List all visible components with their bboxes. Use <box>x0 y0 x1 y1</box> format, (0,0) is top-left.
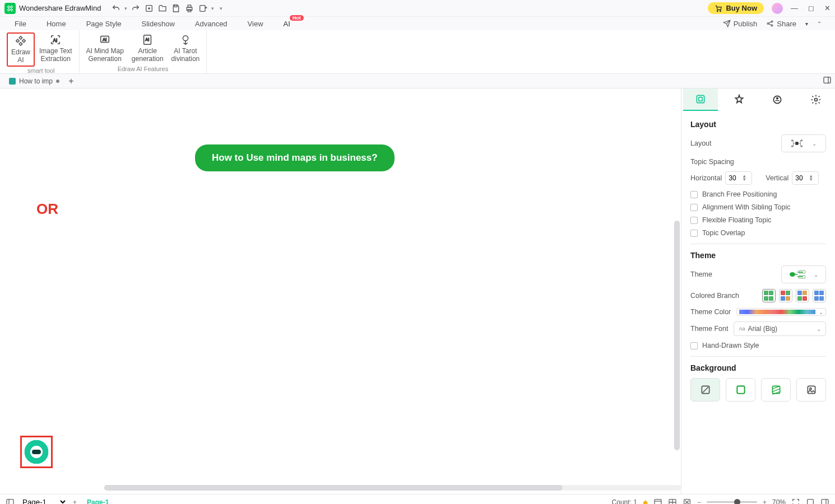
zoom-in-button[interactable]: + <box>763 498 767 505</box>
new-tab-button[interactable]: + <box>64 76 78 86</box>
article-icon: AI <box>141 34 154 46</box>
svg-rect-37 <box>655 499 661 504</box>
tarot-icon <box>179 34 192 46</box>
tab-slideshow[interactable]: Slideshow <box>132 17 185 30</box>
minimize-button[interactable]: — <box>791 4 798 12</box>
svg-rect-27 <box>800 146 802 147</box>
layout-heading: Layout <box>690 120 826 129</box>
bg-color[interactable] <box>726 378 755 402</box>
sidetab-settings[interactable] <box>799 88 833 111</box>
tab-file[interactable]: File <box>4 17 36 30</box>
theme-heading: Theme <box>690 251 826 260</box>
bg-none[interactable] <box>690 378 720 402</box>
image-text-icon: AI <box>49 34 62 46</box>
print-button[interactable] <box>184 3 194 13</box>
tab-ai[interactable]: AIHot <box>273 17 300 30</box>
ai-tarot-button[interactable]: AI Tarotdivination <box>168 32 203 65</box>
ai-mindmap-button[interactable]: AI AI Mind MapGeneration <box>83 32 127 65</box>
vertical-spacing-input[interactable]: ▲▼ <box>792 171 819 185</box>
sidetab-layout[interactable] <box>683 88 718 111</box>
central-topic[interactable]: How to Use mind maps in business? <box>195 144 395 171</box>
fullscreen-icon[interactable] <box>806 498 815 505</box>
open-button[interactable] <box>157 3 168 13</box>
theme-label: Theme <box>690 270 712 278</box>
active-page-tab[interactable]: Page-1 <box>82 498 113 505</box>
undo-button[interactable] <box>111 3 121 13</box>
theme-color-dropdown[interactable]: ⌄ <box>736 308 826 316</box>
branch-free-checkbox[interactable] <box>690 191 698 198</box>
app-logo <box>4 3 16 14</box>
collapse-ribbon-icon[interactable]: ⌃ <box>817 21 822 27</box>
layout-label: Layout <box>690 139 712 147</box>
layout-dropdown[interactable]: ⌄ <box>781 134 826 152</box>
buy-now-button[interactable]: Buy Now <box>708 2 764 14</box>
scrollbar-thumb[interactable] <box>104 485 563 491</box>
zoom-slider[interactable] <box>707 501 757 503</box>
add-page-button[interactable]: + <box>73 498 77 505</box>
horizontal-scrollbar[interactable] <box>104 485 681 491</box>
publish-button[interactable]: Publish <box>723 20 758 28</box>
share-button[interactable]: Share <box>766 20 796 28</box>
svg-rect-40 <box>808 499 814 504</box>
theme-preview-icon <box>789 269 806 279</box>
view-mode-2-icon[interactable] <box>668 498 677 505</box>
fit-screen-icon[interactable] <box>791 498 800 505</box>
tab-advanced[interactable]: Advanced <box>185 17 238 30</box>
smart-tool-caption: smart tool <box>27 67 54 74</box>
edraw-ai-button[interactable]: EdrawAI <box>7 32 35 67</box>
branch-swatch-1[interactable] <box>762 289 776 302</box>
svg-rect-24 <box>791 140 794 142</box>
sidetab-style[interactable] <box>722 88 757 111</box>
svg-rect-5 <box>200 5 205 11</box>
overlap-checkbox[interactable] <box>690 230 698 237</box>
tab-page-style[interactable]: Page Style <box>76 17 132 30</box>
svg-text:AI: AI <box>146 37 150 42</box>
alignment-checkbox[interactable] <box>690 204 698 211</box>
doc-tab[interactable]: How to imp <box>4 74 64 88</box>
theme-font-label: Theme Font <box>690 325 728 333</box>
tab-view[interactable]: View <box>238 17 273 30</box>
canvas[interactable]: How to Use mind maps in business? OR <box>0 88 681 494</box>
horizontal-spacing-input[interactable]: ▲▼ <box>725 171 752 185</box>
svg-rect-36 <box>7 499 13 504</box>
outline-toggle-icon[interactable] <box>6 498 15 505</box>
bg-image[interactable] <box>796 378 826 402</box>
svg-point-22 <box>814 99 817 101</box>
close-button[interactable]: ✕ <box>824 4 831 12</box>
bg-pattern[interactable] <box>761 378 791 402</box>
layout-scheme-icon <box>791 138 803 148</box>
new-button[interactable] <box>144 3 154 13</box>
svg-rect-32 <box>737 386 744 393</box>
tab-home[interactable]: Home <box>36 17 76 30</box>
flexible-checkbox[interactable] <box>690 217 698 224</box>
menu-dropdown-icon[interactable]: ▾ <box>805 21 808 27</box>
sidetab-icon[interactable] <box>760 88 795 111</box>
hand-drawn-checkbox[interactable] <box>690 342 698 349</box>
svg-rect-26 <box>800 140 802 142</box>
zoom-knob[interactable] <box>734 499 740 504</box>
branch-swatch-4[interactable] <box>813 289 826 302</box>
colored-branch-label: Colored Branch <box>690 292 739 300</box>
ai-assistant-fab[interactable] <box>24 440 49 464</box>
vertical-scrollbar[interactable] <box>674 221 680 450</box>
save-button[interactable] <box>171 3 181 13</box>
maximize-button[interactable]: ◻ <box>808 4 814 12</box>
status-bar: Page-1 + Page-1 Count: 1◆ − + 70% <box>0 494 835 504</box>
image-text-extraction-button[interactable]: AI Image TextExtraction <box>36 32 75 67</box>
zoom-out-button[interactable]: − <box>697 498 701 505</box>
theme-dropdown[interactable]: ⌄ <box>781 265 826 283</box>
export-button[interactable] <box>198 3 208 13</box>
article-generation-button[interactable]: AI Articlegeneration <box>128 32 167 65</box>
panel-toggle-icon[interactable] <box>820 498 829 505</box>
redo-button[interactable] <box>131 3 141 13</box>
svg-text:AI: AI <box>53 38 58 43</box>
user-avatar[interactable] <box>772 3 783 14</box>
theme-font-dropdown[interactable]: AaArial (Big)⌄ <box>734 321 826 336</box>
toggle-panel-icon[interactable] <box>823 76 832 86</box>
branch-swatch-3[interactable] <box>796 289 809 302</box>
view-mode-3-icon[interactable] <box>683 498 692 505</box>
branch-swatch-2[interactable] <box>779 289 792 302</box>
view-mode-1-icon[interactable] <box>653 498 662 505</box>
page-select[interactable]: Page-1 <box>20 497 67 504</box>
svg-point-21 <box>777 97 778 99</box>
